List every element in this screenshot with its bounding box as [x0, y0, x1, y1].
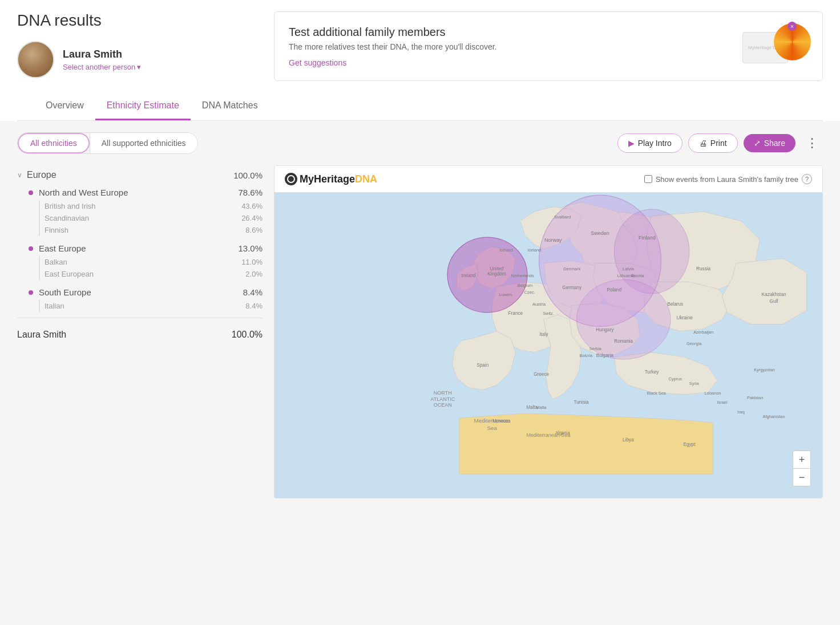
select-person-link[interactable]: Select another person ▾ — [63, 63, 141, 71]
tab-dna-matches[interactable]: DNA Matches — [191, 92, 269, 120]
logo-icon — [285, 173, 297, 185]
svg-text:Georgia: Georgia — [686, 342, 702, 347]
svg-text:Sweden: Sweden — [591, 230, 609, 236]
svg-text:Italy: Italy — [539, 332, 548, 337]
region-europe-percent: 100.0% — [233, 171, 262, 180]
svg-text:Iceland: Iceland — [527, 247, 541, 253]
map-svg-area[interactable]: Mediterranean Sea NORTH ATLANTIC OCEAN M… — [274, 193, 822, 498]
region-europe-header[interactable]: ∨ Europe 100.0% — [17, 165, 262, 185]
print-icon: 🖨 — [699, 139, 707, 148]
svg-text:Estonia: Estonia — [631, 274, 644, 278]
east-european-name: East European — [45, 270, 94, 278]
svg-text:Denmark: Denmark — [563, 266, 580, 271]
svg-text:Israel: Israel — [717, 400, 727, 405]
svg-text:Turkey: Turkey — [645, 370, 660, 375]
main-content: ∨ Europe 100.0% North and West Europe 78… — [17, 165, 823, 498]
svg-text:Belgium: Belgium — [517, 283, 532, 288]
svg-text:Tunisia: Tunisia — [574, 400, 589, 405]
svg-text:Libya: Libya — [623, 437, 634, 443]
subregion-east-europe-name: East Europe — [39, 243, 86, 253]
italian-name: Italian — [45, 302, 64, 310]
filter-bar: All ethnicities All supported ethnicitie… — [17, 132, 823, 154]
svg-text:Switz.: Switz. — [543, 311, 554, 316]
svg-text:Cyprus: Cyprus — [669, 376, 682, 382]
family-members-banner: Test additional family members The more … — [274, 11, 823, 81]
total-row: Laura Smith 100.0% — [17, 324, 262, 346]
map-header: My Heritage DNA Show events from Laura S… — [274, 166, 822, 193]
avatar-image — [18, 41, 53, 78]
subregion-south-europe-percent: 8.4% — [243, 287, 262, 297]
share-button[interactable]: ⤢ Share — [744, 134, 795, 152]
bullet-south-europe — [29, 290, 33, 295]
italian-percent: 8.4% — [245, 302, 262, 310]
user-section: Laura Smith Select another person ▾ — [17, 41, 245, 78]
item-east-european: East European 2.0% — [45, 268, 262, 280]
user-name: Laura Smith — [63, 48, 141, 60]
svg-text:Ireland: Ireland — [462, 273, 476, 278]
divider — [17, 318, 262, 318]
tab-overview[interactable]: Overview — [34, 92, 95, 120]
svg-text:Black Sea: Black Sea — [647, 391, 667, 396]
show-events-control: Show events from Laura Smith's family tr… — [644, 174, 812, 184]
show-events-label: Show events from Laura Smith's family tr… — [656, 175, 798, 184]
svg-text:France: France — [508, 311, 523, 316]
print-button[interactable]: 🖨 Print — [688, 133, 738, 153]
action-buttons: ▶ Play Intro 🖨 Print ⤢ Share ⋮ — [617, 133, 823, 153]
east-european-percent: 2.0% — [245, 270, 262, 278]
subregion-south-europe[interactable]: South Europe 8.4% — [17, 285, 262, 300]
svg-text:Serbia: Serbia — [589, 346, 602, 351]
nav-tabs: Overview Ethnicity Estimate DNA Matches — [17, 92, 823, 121]
share-icon: ⤢ — [754, 139, 761, 148]
scandinavian-percent: 26.4% — [241, 214, 262, 222]
zoom-in-button[interactable]: + — [793, 451, 810, 468]
all-supported-btn[interactable]: All supported ethnicities — [90, 133, 197, 153]
svg-text:Pakistan: Pakistan — [747, 395, 763, 400]
help-icon[interactable]: ? — [802, 174, 812, 184]
map-container: My Heritage DNA Show events from Laura S… — [274, 165, 823, 498]
svg-text:Malta: Malta — [536, 405, 547, 410]
svg-text:Latvia: Latvia — [623, 266, 635, 271]
content-area: All ethnicities All supported ethnicitie… — [0, 121, 840, 510]
tab-ethnicity[interactable]: Ethnicity Estimate — [95, 92, 191, 120]
svg-text:Svalbard: Svalbard — [554, 214, 571, 220]
svg-text:Belarus: Belarus — [667, 302, 683, 307]
british-irish-name: British and Irish — [45, 202, 96, 210]
svg-text:Ukraine: Ukraine — [677, 315, 693, 320]
show-events-checkbox[interactable] — [644, 175, 652, 183]
bullet-east-europe — [29, 246, 33, 251]
zoom-out-button[interactable]: − — [793, 469, 810, 486]
all-ethnicities-btn[interactable]: All ethnicities — [18, 133, 90, 153]
logo-my-text: My — [300, 173, 314, 185]
subregion-east-europe[interactable]: East Europe 13.0% — [17, 241, 262, 256]
svg-text:Algeria: Algeria — [555, 431, 570, 436]
get-suggestions-link[interactable]: Get suggestions — [289, 58, 346, 67]
banner-image: MyHeritage DNA × — [742, 23, 811, 69]
more-options-button[interactable]: ⋮ — [801, 133, 823, 153]
europe-map-svg: Mediterranean Sea NORTH ATLANTIC OCEAN M… — [274, 193, 822, 498]
chevron-down-icon: ∨ — [17, 171, 22, 179]
play-intro-button[interactable]: ▶ Play Intro — [617, 133, 682, 153]
scandinavian-name: Scandinavian — [45, 214, 89, 222]
logo-heritage-text: Heritage — [314, 173, 355, 185]
banner-description: The more relatives test their DNA, the m… — [289, 42, 496, 51]
svg-text:Sea: Sea — [487, 425, 497, 431]
svg-text:Bulgaria: Bulgaria — [596, 353, 614, 358]
svg-text:Lebanon: Lebanon — [705, 391, 721, 396]
subregion-north-west[interactable]: North and West Europe 78.6% — [17, 185, 262, 200]
svg-text:Netherlands: Netherlands — [511, 273, 534, 278]
svg-text:Hungary: Hungary — [596, 327, 614, 332]
svg-text:NORTH: NORTH — [434, 390, 452, 396]
page-container: DNA results Laura Smith Select another p… — [0, 0, 840, 625]
ethnicity-list: ∨ Europe 100.0% North and West Europe 78… — [17, 165, 262, 498]
svg-text:Luxem.: Luxem. — [499, 292, 513, 297]
map-zoom-controls: + − — [793, 451, 811, 486]
filter-buttons: All ethnicities All supported ethnicitie… — [17, 132, 198, 154]
item-british-irish: British and Irish 43.6% — [45, 200, 262, 212]
subregion-south-europe-name: South Europe — [39, 287, 91, 297]
svg-text:Norway: Norway — [544, 237, 562, 243]
svg-text:Iceland: Iceland — [499, 247, 513, 253]
balkan-name: Balkan — [45, 258, 67, 266]
svg-text:Austria: Austria — [532, 302, 546, 307]
item-scandinavian: Scandinavian 26.4% — [45, 212, 262, 224]
user-info: Laura Smith Select another person ▾ — [63, 48, 141, 71]
